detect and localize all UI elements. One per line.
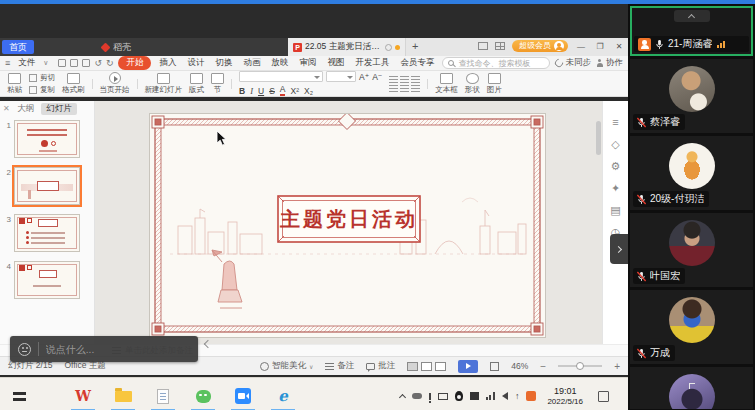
shape-button[interactable]: 形状 [465, 73, 480, 95]
cloud-icon[interactable] [412, 393, 422, 399]
current-slide[interactable]: 主题党日活动 [150, 114, 545, 337]
drag-handle-icon[interactable]: ≡ [612, 117, 618, 128]
taskbar-app-meeting[interactable] [230, 379, 256, 410]
cut-button[interactable]: 剪切 [29, 73, 55, 83]
sync-status[interactable]: 未同步 [555, 57, 591, 69]
copy-button[interactable]: 复制 [29, 85, 55, 95]
taskbar-app-wechat[interactable] [190, 379, 216, 410]
italic-button[interactable]: I [250, 86, 253, 96]
line-spacing-icon[interactable] [411, 85, 420, 92]
undo-icon[interactable]: ↺ [94, 58, 102, 68]
fullscreen-icon[interactable] [490, 362, 499, 371]
subscript-button[interactable]: X₂ [304, 86, 313, 96]
zoom-in-button[interactable]: + [614, 361, 620, 372]
usb-icon[interactable]: ↑ [515, 392, 520, 401]
chat-input[interactable] [46, 344, 190, 355]
output-icon[interactable] [70, 59, 78, 67]
command-search[interactable] [442, 57, 550, 69]
alert-icon[interactable] [429, 393, 431, 400]
emoji-icon[interactable] [18, 343, 31, 356]
qq-icon[interactable] [455, 391, 463, 401]
menu-animation[interactable]: 动画 [240, 57, 263, 69]
collaborate-button[interactable]: 协作 [596, 57, 623, 69]
section-button[interactable]: 节 [211, 73, 224, 95]
account-badge[interactable]: 超级会员 [512, 40, 568, 52]
close-button[interactable]: ✕ [613, 42, 625, 51]
slide-thumbnail-4[interactable] [14, 261, 80, 299]
slide-sorter-view-button[interactable] [421, 362, 432, 371]
tray-expand-icon[interactable] [399, 393, 406, 400]
font-size-select[interactable] [326, 71, 356, 82]
menu-design[interactable]: 设计 [184, 57, 207, 69]
slide-title-text[interactable]: 主题党日活动 [279, 207, 418, 231]
print-icon[interactable] [82, 59, 90, 67]
menu-devtools[interactable]: 开发工具 [352, 57, 392, 69]
font-color-button[interactable]: A [280, 84, 286, 96]
wps-home-tab[interactable]: 首页 [2, 40, 34, 54]
resources-icon[interactable]: ◇ [611, 139, 619, 150]
collapse-sidebar-button[interactable] [674, 10, 710, 22]
taskbar-app-wps[interactable]: W [70, 379, 96, 410]
strikethrough-button[interactable]: S [269, 86, 275, 96]
new-slide-button[interactable]: 新建幻灯片 [145, 73, 183, 95]
bold-button[interactable]: B [239, 86, 245, 96]
app-tray-icon[interactable] [470, 392, 479, 400]
align-left-icon[interactable] [389, 85, 398, 92]
search-input[interactable] [458, 59, 544, 68]
minimize-button[interactable]: — [575, 42, 587, 51]
notes-toggle-button[interactable]: 备注 [325, 360, 354, 372]
start-button[interactable] [0, 392, 34, 401]
slide-thumbnail-1[interactable] [14, 120, 80, 158]
reading-view-button[interactable] [435, 362, 446, 371]
textbox-button[interactable]: 文本框 [435, 73, 458, 95]
picture-button[interactable]: 图片 [487, 73, 502, 95]
properties-icon[interactable]: ⚙ [611, 161, 621, 172]
superscript-button[interactable]: X² [290, 86, 299, 96]
format-painter-button[interactable]: 格式刷 [62, 73, 85, 95]
hamburger-icon[interactable]: ≡ [5, 58, 10, 68]
taskbar-app-explorer[interactable] [110, 379, 136, 410]
layers-icon[interactable]: ▤ [610, 205, 620, 216]
align-center-icon[interactable] [400, 85, 409, 92]
menu-slideshow[interactable]: 放映 [268, 57, 291, 69]
reading-layout-icon[interactable] [478, 42, 488, 50]
taskbar-app-docs[interactable] [150, 379, 176, 410]
new-tab-button[interactable]: + [412, 40, 418, 52]
beautify-icon[interactable]: ✦ [611, 183, 620, 194]
action-center-icon[interactable] [598, 391, 609, 402]
sidebar-expand-handle[interactable] [610, 234, 628, 264]
menu-view[interactable]: 视图 [324, 57, 347, 69]
font-enlarge-button[interactable]: A⁺ [359, 72, 369, 82]
zoom-slider-knob[interactable] [576, 362, 584, 370]
tab-list-icon[interactable] [495, 42, 505, 50]
network-icon[interactable] [486, 392, 495, 400]
slide-thumbnail-2-selected[interactable] [14, 167, 80, 205]
wps-cloud-tray-icon[interactable] [526, 391, 536, 401]
redo-icon[interactable]: ↻ [106, 58, 114, 68]
participant-tile[interactable]: 20级-付玥洁 [630, 136, 753, 210]
tab-slides[interactable]: 幻灯片 [41, 103, 77, 115]
layout-button[interactable]: 版式 [189, 73, 204, 95]
scrollbar-thumb[interactable] [596, 121, 601, 155]
font-family-select[interactable] [239, 71, 323, 82]
participant-tile[interactable]: 蔡泽睿 [630, 59, 753, 133]
menu-file[interactable]: 文件 [15, 57, 38, 69]
participant-tile-active-speaker[interactable]: 21-周涵睿 [630, 6, 753, 56]
canvas-scrollbar[interactable] [595, 103, 601, 336]
menu-transition[interactable]: 切换 [212, 57, 235, 69]
comments-button[interactable]: 批注 [366, 360, 395, 372]
participant-tile[interactable]: 叶国宏 [630, 213, 753, 287]
menu-member[interactable]: 会员专享 [397, 57, 437, 69]
document-tab[interactable]: P 22.05 主题党日活动.pptx [288, 38, 406, 56]
taskbar-app-ie[interactable]: e [270, 379, 296, 410]
indent-icon[interactable] [411, 76, 420, 83]
participant-tile[interactable]: 万成 [630, 290, 753, 364]
close-pane-icon[interactable]: ✕ [3, 104, 10, 113]
smart-beautify-button[interactable]: 智能美化 ∨ [260, 360, 313, 372]
meeting-chat-bar[interactable] [10, 336, 198, 362]
paste-button[interactable]: 粘贴 [7, 73, 22, 95]
bullet-list-icon[interactable] [389, 76, 398, 83]
zoom-slider[interactable] [558, 365, 602, 367]
underline-button[interactable]: U [258, 86, 264, 96]
number-list-icon[interactable] [400, 76, 409, 83]
